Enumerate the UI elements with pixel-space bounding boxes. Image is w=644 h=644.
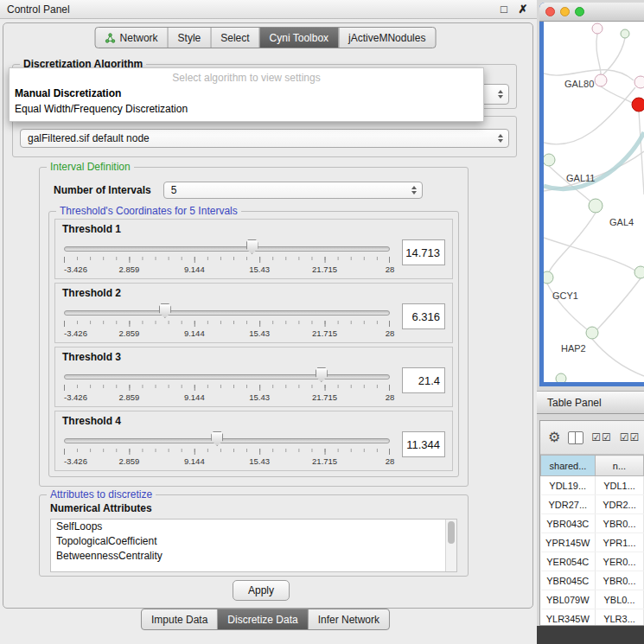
network-node-label: GAL80 xyxy=(564,79,594,89)
network-node-selected[interactable] xyxy=(632,98,644,112)
table-row[interactable]: YDL19... YDL1... xyxy=(541,476,644,495)
slider-thumb[interactable] xyxy=(211,431,223,446)
table-row[interactable]: YBR045C YBR0... xyxy=(541,571,644,590)
slider-axis-labels: -3.426 2.859 9.144 15.43 21.715 28 xyxy=(64,392,390,403)
tab-infer-network[interactable]: Infer Network xyxy=(309,609,389,629)
slider-track[interactable] xyxy=(64,438,390,443)
table-row[interactable]: YBL079W YBL0... xyxy=(541,590,644,609)
node-attribute-table: shared... n... YDL19... YDL1... YDR27...… xyxy=(540,455,644,626)
network-node[interactable] xyxy=(595,74,607,86)
network-view-window: GAL80 GAL11 GAL4 GCY1 HAP2 xyxy=(539,3,644,386)
column-header-shared-name[interactable]: shared... xyxy=(541,456,596,476)
network-node[interactable] xyxy=(556,373,566,382)
table-data-combobox[interactable]: galFiltered.sif default node xyxy=(20,129,509,148)
slider-track[interactable] xyxy=(64,310,390,316)
table-cell[interactable]: YDL19... xyxy=(541,476,596,495)
table-cell[interactable]: YER054C xyxy=(541,552,596,571)
menu-item-equal-width-frequency[interactable]: Equal Width/Frequency Discretization xyxy=(10,101,483,117)
table-row[interactable]: YPR145W YPR1... xyxy=(541,533,644,552)
table-cell[interactable]: YBL079W xyxy=(541,590,596,609)
list-scrollbar[interactable] xyxy=(445,520,456,571)
slider-track[interactable] xyxy=(64,374,390,379)
threshold-value-field[interactable]: 6.316 xyxy=(402,303,445,329)
network-node[interactable] xyxy=(592,23,603,34)
checkbox-select-icons[interactable]: ☑☑ xyxy=(591,431,612,443)
close-icon[interactable]: ✗ xyxy=(516,3,530,16)
gear-icon[interactable]: ⚙ xyxy=(548,430,560,444)
table-cell[interactable]: YPR145W xyxy=(541,533,596,552)
menu-item-manual-discretization[interactable]: Manual Discretization xyxy=(10,86,483,101)
network-node[interactable] xyxy=(634,76,644,88)
window-close-button[interactable] xyxy=(545,7,555,16)
table-data-combobox-value: galFiltered.sif default node xyxy=(28,132,498,144)
table-row[interactable]: YER054C YER0... xyxy=(541,552,644,571)
table-cell[interactable]: YDL1... xyxy=(596,476,644,495)
network-icon xyxy=(105,33,116,43)
float-window-icon[interactable]: □ xyxy=(497,3,511,16)
apply-button[interactable]: Apply xyxy=(233,580,290,601)
table-row[interactable]: YDR27... YDR2... xyxy=(541,495,644,514)
tab-jactivemnodules[interactable]: jActiveMNodules xyxy=(339,28,435,48)
slider-track[interactable] xyxy=(64,246,390,252)
slider-thumb[interactable] xyxy=(159,303,171,318)
threshold-slider[interactable]: -3.426 2.859 9.144 15.43 21.715 28 xyxy=(64,428,390,469)
tab-style[interactable]: Style xyxy=(169,28,211,48)
network-window-titlebar[interactable] xyxy=(539,3,644,22)
table-cell[interactable]: YPR1... xyxy=(596,533,644,552)
network-node[interactable] xyxy=(589,199,603,213)
tab-network[interactable]: Network xyxy=(96,28,168,48)
network-node[interactable] xyxy=(544,271,553,284)
tab-cyni-toolbox[interactable]: Cyni Toolbox xyxy=(260,28,338,48)
window-minimize-button[interactable] xyxy=(560,7,570,16)
network-node[interactable] xyxy=(586,327,598,339)
slider-axis-labels: -3.426 2.859 9.144 15.43 21.715 28 xyxy=(64,328,390,339)
tab-infer-network-label: Infer Network xyxy=(318,614,379,626)
number-of-intervals-value: 5 xyxy=(171,184,411,196)
table-cell[interactable]: YDR27... xyxy=(541,495,596,514)
network-node[interactable] xyxy=(621,29,629,38)
network-canvas[interactable]: GAL80 GAL11 GAL4 GCY1 HAP2 xyxy=(544,22,644,382)
threshold-value-field[interactable]: 11.344 xyxy=(402,431,445,457)
table-cell[interactable]: YBR0... xyxy=(596,514,644,533)
table-cell[interactable]: YBR043C xyxy=(541,514,596,533)
table-cell[interactable]: YLR3... xyxy=(596,609,644,627)
network-node[interactable] xyxy=(544,154,555,166)
attribute-item[interactable]: SelfLoops xyxy=(51,520,456,534)
axis-tick-label: 21.715 xyxy=(312,328,337,338)
table-row[interactable]: YBR043C YBR0... xyxy=(541,514,644,533)
table-cell[interactable]: YBR045C xyxy=(541,571,596,590)
columns-icon[interactable] xyxy=(568,431,583,444)
network-node[interactable] xyxy=(634,266,644,278)
window-zoom-button[interactable] xyxy=(575,7,584,16)
threshold-slider[interactable]: -3.426 2.859 9.144 15.43 21.715 28 xyxy=(64,236,390,277)
number-of-intervals-combobox[interactable]: 5 xyxy=(163,182,423,199)
window-titlebar[interactable]: Control Panel □ ✗ xyxy=(0,0,537,19)
threshold-slider[interactable]: -3.426 2.859 9.144 15.43 21.715 28 xyxy=(64,300,390,341)
attribute-item[interactable]: TopologicalCoefficient xyxy=(51,534,456,549)
axis-tick-label: 9.144 xyxy=(184,392,205,402)
tab-impute-data[interactable]: Impute Data xyxy=(142,609,217,629)
scrollbar-thumb[interactable] xyxy=(448,521,455,544)
tab-select[interactable]: Select xyxy=(211,28,258,48)
table-cell[interactable]: YER0... xyxy=(596,552,644,571)
slider-thumb[interactable] xyxy=(246,239,258,254)
table-cell[interactable]: YBR0... xyxy=(596,571,644,590)
tab-discretize-data[interactable]: Discretize Data xyxy=(218,609,307,629)
table-cell[interactable]: YLR345W xyxy=(541,609,596,627)
table-cell[interactable]: YDR2... xyxy=(596,495,644,514)
attribute-item[interactable]: BetweennessCentrality xyxy=(51,549,456,564)
axis-tick-label: 28 xyxy=(386,328,395,338)
combo-stepper-icon xyxy=(498,90,508,99)
table-row[interactable]: YLR345W YLR3... xyxy=(541,609,644,627)
checkbox-select-icons[interactable]: ☑☑ xyxy=(620,431,641,443)
threshold-value-field[interactable]: 21.4 xyxy=(402,367,445,393)
threshold-slider[interactable]: -3.426 2.859 9.144 15.43 21.715 28 xyxy=(64,364,390,405)
attributes-list: SelfLoops TopologicalCoefficient Between… xyxy=(50,519,457,572)
numerical-attributes-label: Numerical Attributes xyxy=(50,502,152,514)
slider-thumb[interactable] xyxy=(316,367,328,382)
table-cell[interactable]: YBL0... xyxy=(596,590,644,609)
column-header-name[interactable]: n... xyxy=(596,456,644,476)
axis-tick-label: 28 xyxy=(386,392,395,402)
threshold-value-field[interactable]: 14.713 xyxy=(402,239,445,265)
table-panel-header[interactable]: Table Panel xyxy=(537,391,644,414)
